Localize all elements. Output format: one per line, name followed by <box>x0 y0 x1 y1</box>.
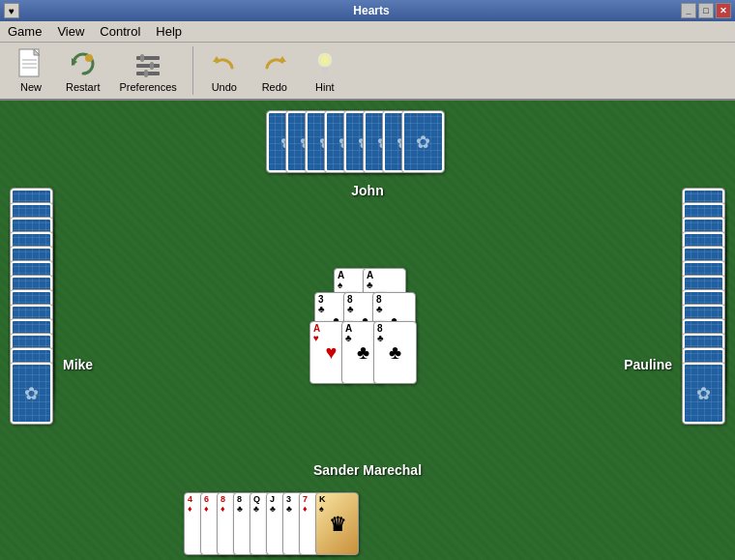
undo-button[interactable]: Undo <box>201 44 248 97</box>
played-card[interactable]: 8♣ ♣ <box>373 321 417 384</box>
undo-icon <box>209 48 240 79</box>
redo-button[interactable]: Redo <box>251 44 298 97</box>
svg-rect-12 <box>144 70 148 77</box>
player-sander-label: Sander Marechal <box>313 462 422 478</box>
menu-game[interactable]: Game <box>0 21 49 42</box>
player-pauline-label: Pauline <box>624 357 672 372</box>
svg-point-6 <box>85 54 93 62</box>
svg-rect-14 <box>322 68 328 70</box>
card-back[interactable]: ✿ <box>682 362 725 425</box>
preferences-button[interactable]: Preferences <box>111 44 184 97</box>
player-mike-label: Mike <box>63 357 93 372</box>
preferences-icon <box>132 48 163 79</box>
restart-button[interactable]: Restart <box>58 44 107 97</box>
left-player-cards: ✿ ✿ ✿ ✿ ✿ ✿ ✿ ✿ ✿ ✿ ✿ ✿ ✿ <box>10 188 53 251</box>
top-player-cards: ✿ ✿ ✿ ✿ ✿ ✿ ✿ ✿ <box>290 110 445 173</box>
new-icon <box>15 48 46 79</box>
game-area: ✿ ✿ ✿ ✿ ✿ ✿ ✿ ✿ John ✿ ✿ ✿ ✿ ✿ ✿ ✿ ✿ ✿ ✿… <box>0 101 735 560</box>
svg-rect-11 <box>150 62 154 70</box>
restart-icon <box>68 48 99 79</box>
maximize-button[interactable]: □ <box>698 3 714 18</box>
redo-icon <box>259 48 290 79</box>
bottom-player-cards: 4♦ 4♦ ♦ 6♦ ♦ 8♦ ♦ 8♣ ♣ Q♣ ♣ J♣ ♣ <box>184 492 551 555</box>
card-back[interactable]: ✿ <box>401 110 445 173</box>
window-controls[interactable]: _ □ ✕ <box>681 3 731 18</box>
center-play-area: A♠ ♠ A♣ ♣ 3♣ ♣ 8♣ ♣ 8♣ ♣ A♥ ♥ A♣ ♣ 8 <box>305 268 430 394</box>
card-back[interactable]: ✿ <box>10 362 53 425</box>
toolbar-separator-1 <box>192 46 193 95</box>
window-title: Hearts <box>62 4 681 17</box>
hint-icon <box>309 48 340 79</box>
hint-button[interactable]: Hint <box>302 44 348 97</box>
menu-help[interactable]: Help <box>148 21 190 42</box>
toolbar: New Restart Preferences <box>0 43 735 101</box>
svg-point-16 <box>321 55 329 65</box>
hand-card[interactable]: K♠ ♛ <box>315 492 359 555</box>
svg-rect-15 <box>323 71 327 73</box>
menu-bar: Game View Control Help <box>0 21 735 43</box>
close-button[interactable]: ✕ <box>716 3 731 18</box>
svg-rect-8 <box>136 64 160 68</box>
window-icon: ♥ <box>4 3 19 18</box>
minimize-button[interactable]: _ <box>681 3 696 18</box>
menu-control[interactable]: Control <box>92 21 148 42</box>
right-player-cards: ✿ ✿ ✿ ✿ ✿ ✿ ✿ ✿ ✿ ✿ ✿ ✿ ✿ <box>682 188 725 251</box>
menu-view[interactable]: View <box>49 21 92 42</box>
player-john-label: John <box>351 183 383 198</box>
svg-rect-7 <box>136 56 160 60</box>
svg-rect-10 <box>140 54 144 62</box>
new-button[interactable]: New <box>8 44 54 97</box>
title-bar: ♥ Hearts _ □ ✕ <box>0 0 735 21</box>
